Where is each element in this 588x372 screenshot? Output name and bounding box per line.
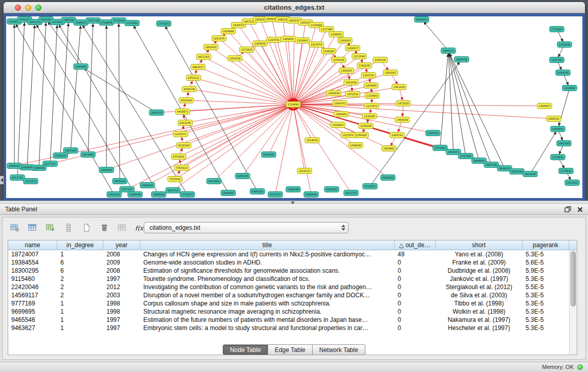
graph-node[interactable]: 1149263 — [338, 38, 352, 43]
graph-node[interactable]: 1193742 — [361, 73, 376, 78]
graph-node[interactable]: 1197343 — [550, 57, 564, 63]
graph-node[interactable]: 1227074 — [364, 103, 379, 109]
column-header-in_degree[interactable]: in_degree — [57, 240, 103, 250]
graph-node[interactable]: 2833983 — [81, 152, 95, 158]
graph-node[interactable]: 3797584 — [459, 154, 473, 159]
graph-node[interactable]: 4611761 — [344, 190, 358, 196]
graph-node[interactable]: 9863327 — [191, 64, 205, 70]
graph-node[interactable]: 1724093 — [286, 102, 300, 107]
graph-node[interactable]: 1494741 — [390, 133, 404, 138]
column-header-title[interactable]: title — [140, 240, 395, 250]
graph-node[interactable]: 1659851 — [551, 126, 565, 132]
table-row[interactable]: 911546021997Tourette syndrome. Phenomeno… — [8, 275, 577, 283]
graph-node[interactable]: 1159583 — [562, 85, 577, 91]
graph-node[interactable]: 3499549 — [140, 183, 155, 188]
import-table-icon[interactable] — [115, 221, 129, 234]
graph-node[interactable]: 7653323 — [175, 165, 189, 171]
graph-node[interactable]: 9752112 — [186, 75, 201, 81]
graph-node[interactable]: 1461418 — [392, 84, 406, 90]
table-row[interactable]: 977716911998Corpus callosum shape and si… — [8, 299, 577, 308]
graph-node[interactable]: 1776510 — [559, 168, 573, 174]
graph-node[interactable]: 1405852 — [334, 112, 349, 117]
graph-node[interactable]: 2166216 — [53, 153, 68, 159]
split-divider[interactable] — [0, 201, 588, 204]
graph-node[interactable]: 1350307 — [339, 68, 354, 74]
graph-node[interactable]: 1127388 — [319, 27, 334, 32]
graph-node[interactable]: 2707728 — [86, 18, 100, 24]
graph-node[interactable]: 1394741 — [333, 101, 347, 106]
graph-node[interactable]: 1924502 — [565, 180, 579, 186]
graph-node[interactable]: 1450307 — [383, 70, 398, 76]
table-row[interactable]: 1830029562008Estimation of significance … — [8, 267, 577, 275]
window-close-button[interactable] — [15, 5, 21, 11]
graph-node[interactable]: 1249296 — [359, 123, 373, 129]
graph-node[interactable]: 1830229 — [149, 110, 164, 116]
graph-node[interactable]: 1138452 — [329, 32, 343, 37]
network-window-titlebar[interactable]: citations_edges.txt — [4, 2, 585, 13]
graph-node[interactable]: 4166216 — [250, 189, 265, 194]
close-panel-icon[interactable] — [577, 207, 583, 212]
graph-node[interactable]: 1438185 — [349, 143, 363, 148]
graph-node[interactable]: 1605532 — [547, 116, 561, 122]
table-row[interactable]: 1456911722003Disruption of a novel membe… — [8, 291, 577, 299]
graph-node[interactable]: 4388438 — [286, 187, 300, 192]
graph-node[interactable]: 9120104 — [177, 143, 191, 148]
graph-node[interactable]: 2722872 — [24, 179, 38, 184]
graph-node[interactable]: 1434935 — [556, 70, 570, 76]
graph-node[interactable]: 3775362 — [433, 145, 447, 151]
new-file-icon[interactable] — [79, 221, 94, 234]
window-zoom-button[interactable] — [35, 5, 41, 11]
graph-node[interactable]: 1427074 — [341, 133, 355, 138]
network-canvas[interactable]: 7625441765332387410429120104921537193212… — [6, 16, 582, 198]
table-settings-icon[interactable] — [8, 221, 22, 234]
graph-node[interactable]: 4500650 — [324, 187, 339, 192]
table-selector-dropdown[interactable]: citations_edges.txt — [144, 222, 349, 233]
graph-node[interactable]: 1349296 — [332, 57, 346, 63]
graph-node[interactable]: 1483630 — [395, 117, 409, 123]
graph-node[interactable]: 1994310 — [454, 57, 469, 62]
graph-node[interactable]: 1250307 — [354, 133, 368, 138]
float-panel-icon[interactable] — [564, 206, 571, 212]
graph-node[interactable]: 1215963 — [365, 93, 379, 99]
graph-node[interactable]: 1013376 — [212, 36, 226, 41]
graph-node[interactable]: 1338185 — [321, 49, 336, 54]
graph-node[interactable]: 1505852 — [382, 146, 396, 151]
graph-node[interactable]: 1154938 — [557, 42, 572, 48]
graph-node[interactable]: 1272529 — [239, 47, 254, 53]
tab-edge-table[interactable]: Edge Table — [268, 344, 313, 355]
delete-table-icon[interactable] — [97, 221, 112, 234]
graph-node[interactable]: 3831928 — [510, 169, 524, 174]
graph-node[interactable]: 1210539 — [551, 155, 565, 160]
graph-node[interactable]: 1171540 — [352, 54, 366, 59]
graph-node[interactable]: 9646210 — [182, 86, 197, 92]
graph-node[interactable]: 8183041 — [415, 17, 429, 23]
column-header-short[interactable]: short — [435, 240, 522, 250]
graph-node[interactable]: 3833983 — [207, 179, 221, 184]
graph-node[interactable]: 1361418 — [344, 80, 358, 85]
graph-node[interactable]: 9215371 — [173, 132, 188, 137]
column-header-year[interactable]: year — [103, 240, 140, 250]
graph-node[interactable]: 1372529 — [345, 92, 360, 97]
table-scrollbar[interactable] — [569, 250, 577, 355]
graph-node[interactable]: 1449296 — [373, 57, 387, 63]
graph-node[interactable]: 2500650 — [7, 163, 21, 169]
graph-node[interactable]: 3611761 — [166, 188, 180, 193]
graph-node[interactable]: 4277327 — [268, 192, 282, 198]
graph-node[interactable]: 1383630 — [326, 91, 341, 96]
column-header-pagerank[interactable]: pagerank — [522, 240, 569, 250]
graph-node[interactable]: 4499549 — [304, 192, 318, 198]
graph-node[interactable]: 3764251 — [426, 130, 440, 136]
graph-node[interactable]: 9533200 — [179, 98, 193, 103]
graph-node[interactable]: 2499549 — [20, 165, 34, 170]
table-row[interactable]: 969969511998Structural magnetic resonanc… — [8, 308, 577, 316]
graph-node[interactable]: 1472529 — [396, 101, 410, 106]
column-display-icon[interactable] — [26, 221, 40, 234]
graph-node[interactable]: 3944094 — [221, 190, 235, 196]
edit-table-icon[interactable] — [43, 221, 58, 234]
graph-node[interactable]: 2944094 — [99, 167, 114, 173]
graph-node[interactable]: 7714025 — [550, 27, 564, 32]
scrollbar-thumb[interactable] — [571, 251, 576, 307]
graph-node[interactable]: 3722872 — [180, 192, 194, 198]
graph-node[interactable]: 1024890 — [221, 29, 235, 34]
window-minimize-button[interactable] — [25, 5, 31, 11]
